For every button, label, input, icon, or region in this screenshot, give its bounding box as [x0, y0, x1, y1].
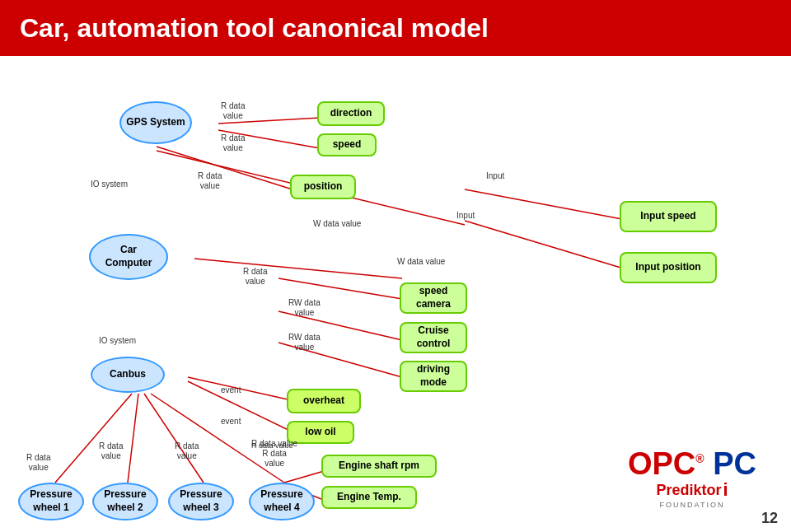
car-computer-node: CarComputer: [89, 234, 168, 280]
svg-line-15: [465, 189, 626, 220]
canbus-node: Canbus: [91, 357, 165, 393]
logo-opc: OPC® PC: [628, 448, 756, 479]
svg-line-4: [278, 278, 402, 299]
overheat-node: overheat: [287, 389, 361, 413]
r-data-label-1: R datavalue: [221, 101, 245, 121]
r-data-label-pw2: R datavalue: [99, 441, 123, 461]
svg-line-8: [188, 381, 295, 433]
pressure-wheel-2-node: Pressurewheel 2: [92, 483, 158, 520]
io-system-label-2: IO system: [99, 336, 136, 346]
logo-foundation: FOUNDATION: [660, 501, 725, 509]
svg-line-16: [465, 221, 626, 269]
engine-temp-node: Engine Temp.: [321, 486, 417, 509]
svg-line-3: [194, 259, 402, 278]
w-data-label-1: W data value: [313, 219, 361, 229]
pressure-wheel-4-node: Pressurewheel 4: [249, 483, 315, 520]
r-data-label-pw3: R datavalue: [175, 441, 199, 461]
r-data-label-car: R datavalue: [243, 267, 267, 287]
logo-prediktor: Prediktor i: [656, 479, 728, 501]
direction-node: direction: [317, 101, 385, 126]
speed-node: speed: [317, 133, 377, 156]
gps-system-node: GPS System: [119, 101, 192, 144]
event-label-2: event: [221, 417, 241, 427]
main-content: GPS System CarComputer Canbus direction …: [0, 56, 791, 532]
r-data-label-2: R datavalue: [221, 133, 245, 153]
engine-shaft-node: Engine shaft rpm: [321, 455, 437, 478]
input-position-node: Input position: [620, 252, 717, 283]
header: Car, automation tool canonical model: [0, 0, 791, 56]
r-data-label-3: R datavalue: [198, 171, 222, 191]
io-system-label-1: IO system: [91, 180, 128, 189]
input-label-1: Input: [486, 171, 504, 181]
r-data-label-pw1: R datavalue: [26, 453, 50, 473]
driving-mode-node: drivingmode: [400, 361, 467, 392]
rw-data-label-2: RW datavalue: [288, 333, 321, 352]
page-number: 12: [761, 510, 778, 527]
rw-data-label-1: RW datavalue: [288, 298, 321, 318]
input-speed-node: Input speed: [620, 201, 717, 232]
input-label-2: Input: [456, 211, 475, 221]
pressure-wheel-3-node: Pressurewheel 3: [168, 483, 234, 520]
w-data-label-2: W data value: [397, 257, 445, 267]
svg-line-10: [128, 394, 138, 483]
speed-camera-node: speedcamera: [400, 282, 467, 314]
page-title: Car, automation tool canonical model: [20, 13, 489, 44]
cruise-control-node: Cruisecontrol: [400, 322, 467, 353]
svg-line-9: [55, 394, 132, 483]
svg-line-12: [151, 394, 284, 483]
logo-area: OPC® PC Prediktor i FOUNDATION: [618, 441, 766, 516]
r-data-label-canbus: R data value: [251, 441, 293, 450]
event-label-1: event: [221, 385, 241, 395]
position-node: position: [290, 175, 356, 199]
svg-line-11: [144, 394, 204, 483]
pressure-wheel-1-node: Pressurewheel 1: [18, 483, 84, 520]
svg-line-7: [188, 377, 295, 401]
